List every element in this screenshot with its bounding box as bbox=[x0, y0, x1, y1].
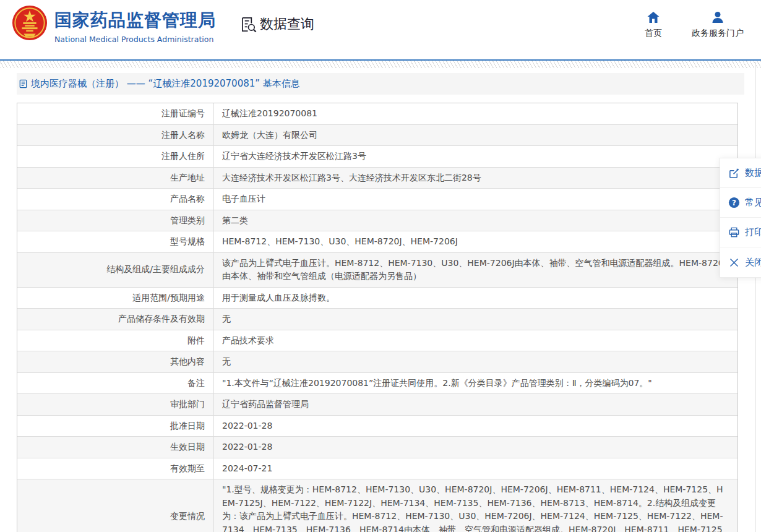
edit-icon bbox=[728, 167, 740, 179]
table-row: 产品储存条件及有效期 无 bbox=[17, 309, 737, 330]
row-label: 产品名称 bbox=[17, 189, 214, 210]
printer-icon bbox=[728, 226, 740, 239]
nav-home-label: 首页 bbox=[645, 28, 662, 39]
brand-title-block: 国家药品监督管理局 National Medical Products Admi… bbox=[54, 9, 216, 44]
table-row: 附件 产品技术要求 bbox=[17, 330, 737, 352]
breadcrumb-text: 境内医疗器械（注册） —— “辽械注准20192070081” 基本信息 bbox=[31, 78, 300, 90]
table-row: 变更情况 "1.型号、规格变更为：HEM-8712、HEM-7130、U30、H… bbox=[17, 479, 737, 532]
nav-service-portal[interactable]: 政务服务门户 bbox=[692, 10, 744, 39]
row-label: 适用范围/预期用途 bbox=[17, 288, 214, 309]
breadcrumb: 境内医疗器械（注册） —— “辽械注准20192070081” 基本信息 bbox=[17, 73, 744, 95]
close-icon bbox=[728, 256, 740, 268]
table-row: 注册人名称 欧姆龙（大连）有限公司 bbox=[17, 125, 737, 147]
row-label: 注册证编号 bbox=[17, 103, 214, 124]
row-value: "1.型号、规格变更为：HEM-8712、HEM-7130、U30、HEM-87… bbox=[214, 479, 737, 532]
side-panel-item[interactable]: ? 常见问题 bbox=[720, 188, 761, 218]
table-row: 产品名称 电子血压计 bbox=[17, 189, 737, 210]
row-label: 批准日期 bbox=[17, 416, 214, 437]
table-row: 其他内容 无 bbox=[17, 351, 737, 373]
info-table: 注册证编号 辽械注准20192070081 注册人名称 欧姆龙（大连）有限公司 … bbox=[17, 103, 738, 532]
table-row: 注册证编号 辽械注准20192070081 bbox=[17, 103, 737, 125]
row-label: 其他内容 bbox=[17, 351, 214, 372]
table-row: 生效日期 2022-01-28 bbox=[17, 437, 737, 458]
table-row: 备注 "1.本文件与“辽械注准20192070081”注册证共同使用。2.新《分… bbox=[17, 373, 737, 395]
row-value: 辽械注准20192070081 bbox=[214, 103, 737, 124]
table-row: 注册人住所 辽宁省大连经济技术开发区松江路3号 bbox=[17, 146, 737, 168]
table-row: 适用范围/预期用途 用于测量成人血压及脉搏数。 bbox=[17, 288, 737, 309]
row-value: 电子血压计 bbox=[214, 189, 737, 210]
row-value: HEM-8712、HEM-7130、U30、HEM-8720J、HEM-7206… bbox=[214, 231, 737, 252]
row-label: 生产地址 bbox=[17, 168, 214, 189]
row-value: "1.本文件与“辽械注准20192070081”注册证共同使用。2.新《分类目录… bbox=[214, 373, 737, 394]
row-value: 辽宁省药品监督管理局 bbox=[214, 394, 737, 415]
document-icon bbox=[19, 79, 28, 88]
row-value: 产品技术要求 bbox=[214, 330, 737, 351]
side-panel-item-label: 关闭页面 bbox=[745, 257, 761, 268]
row-label: 生效日期 bbox=[17, 437, 214, 458]
org-name-cn: 国家药品监督管理局 bbox=[54, 9, 216, 32]
national-emblem-logo bbox=[12, 5, 48, 41]
side-panel-item[interactable]: 关闭页面 bbox=[720, 247, 761, 277]
side-panel-item[interactable]: 打印页面 bbox=[720, 218, 761, 247]
home-icon bbox=[646, 10, 661, 25]
page-edge-line bbox=[755, 62, 756, 532]
side-panel-item-label: 打印页面 bbox=[745, 226, 761, 238]
row-value: 无 bbox=[214, 309, 737, 330]
table-row: 管理类别 第二类 bbox=[17, 210, 737, 232]
table-row: 批准日期 2022-01-28 bbox=[17, 416, 737, 437]
row-label: 型号规格 bbox=[17, 231, 214, 252]
hatch-band bbox=[0, 61, 761, 68]
row-value: 第二类 bbox=[214, 210, 737, 231]
row-value: 该产品为上臂式电子血压计。HEM-8712、HEM-7130、U30、HEM-7… bbox=[214, 253, 737, 287]
row-value: 辽宁省大连经济技术开发区松江路3号 bbox=[214, 146, 737, 167]
section-title-label: 数据查询 bbox=[260, 15, 314, 33]
row-value: 欧姆龙（大连）有限公司 bbox=[214, 125, 737, 146]
side-tool-panel: 数据反馈 ? 常见问题 打印页面 关闭页面 bbox=[720, 158, 761, 278]
row-label: 管理类别 bbox=[17, 210, 214, 231]
row-label: 变更情况 bbox=[17, 479, 214, 532]
row-value: 大连经济技术开发区松江路3号、大连经济技术开发区东北二街28号 bbox=[214, 168, 737, 189]
side-panel-item-label: 数据反馈 bbox=[745, 167, 761, 179]
row-value: 用于测量成人血压及脉搏数。 bbox=[214, 288, 737, 309]
row-value: 无 bbox=[214, 351, 737, 372]
row-label: 注册人住所 bbox=[17, 146, 214, 167]
table-row: 有效期至 2024-07-21 bbox=[17, 458, 737, 480]
table-row: 型号规格 HEM-8712、HEM-7130、U30、HEM-8720J、HEM… bbox=[17, 231, 737, 253]
row-value: 2022-01-28 bbox=[214, 437, 737, 458]
org-name-en: National Medical Products Administration bbox=[54, 35, 216, 44]
row-label: 有效期至 bbox=[17, 458, 214, 479]
row-value: 2022-01-28 bbox=[214, 416, 737, 437]
page-header: 国家药品监督管理局 National Medical Products Admi… bbox=[0, 0, 761, 59]
question-icon: ? bbox=[728, 197, 740, 209]
table-row: 结构及组成/主要组成成分 该产品为上臂式电子血压计。HEM-8712、HEM-7… bbox=[17, 253, 737, 288]
table-row: 生产地址 大连经济技术开发区松江路3号、大连经济技术开发区东北二街28号 bbox=[17, 168, 737, 189]
nav-home[interactable]: 首页 bbox=[645, 10, 662, 39]
nav-service-portal-label: 政务服务门户 bbox=[692, 28, 744, 39]
side-panel-item[interactable]: 数据反馈 bbox=[720, 158, 761, 188]
row-label: 审批部门 bbox=[17, 394, 214, 415]
row-label: 结构及组成/主要组成成分 bbox=[17, 253, 214, 287]
header-nav: 首页 政务服务门户 bbox=[645, 10, 744, 39]
user-icon bbox=[710, 10, 725, 25]
row-label: 附件 bbox=[17, 330, 214, 351]
row-label: 产品储存条件及有效期 bbox=[17, 309, 214, 330]
side-panel-item-label: 常见问题 bbox=[745, 197, 761, 208]
section-title: 数据查询 bbox=[240, 15, 314, 33]
row-label: 注册人名称 bbox=[17, 125, 214, 146]
row-label: 备注 bbox=[17, 373, 214, 394]
row-value: 2024-07-21 bbox=[214, 458, 737, 479]
svg-text:?: ? bbox=[732, 199, 736, 207]
table-row: 审批部门 辽宁省药品监督管理局 bbox=[17, 394, 737, 416]
data-query-icon bbox=[240, 16, 257, 33]
